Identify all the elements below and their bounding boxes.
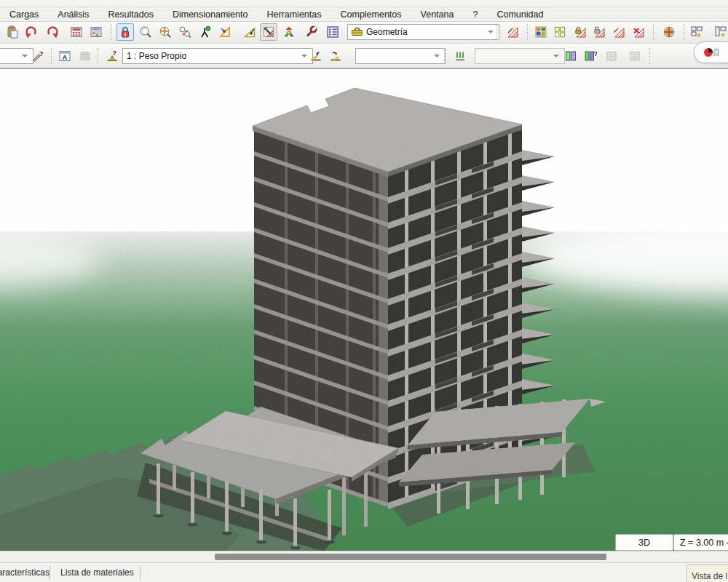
menu-complementos[interactable]: Complementos xyxy=(331,9,411,20)
toolbar-separator xyxy=(527,24,528,40)
model-viewport[interactable] xyxy=(0,68,728,551)
zoom-extents-icon[interactable] xyxy=(157,23,174,41)
visibility-grid-outline-icon[interactable] xyxy=(551,23,569,41)
chevron-down-icon xyxy=(553,52,561,60)
tab-caracteristicas[interactable]: Características xyxy=(0,563,50,582)
snap-node-icon[interactable] xyxy=(196,23,213,41)
chevron-down-icon xyxy=(433,52,441,60)
menu-bar: Cargas Análisis Resultados Dimensionamie… xyxy=(0,7,728,22)
toolbar-separator xyxy=(684,24,684,40)
edit-help-icon[interactable]: ? xyxy=(29,47,47,65)
dimension-icon[interactable] xyxy=(241,23,258,41)
load-combobox-3[interactable] xyxy=(475,48,565,64)
menu-herramientas[interactable]: Herramientas xyxy=(257,9,331,20)
unlock-selection-icon[interactable] xyxy=(590,23,608,41)
toolbar-main: Geometría xyxy=(0,22,728,44)
disabled-combo-alt-icon[interactable] xyxy=(626,47,644,65)
menu-ventana[interactable]: Ventana xyxy=(411,9,464,20)
center-view-target-icon[interactable] xyxy=(660,23,678,41)
menu-analisis[interactable]: Análisis xyxy=(48,9,98,20)
next-load-case-icon[interactable] xyxy=(327,47,344,65)
menu-resultados[interactable]: Resultados xyxy=(98,9,163,20)
svg-text:?: ? xyxy=(594,50,598,57)
menu-cargas[interactable]: Cargas xyxy=(0,9,48,20)
panel-toggle-button[interactable] xyxy=(694,41,728,63)
cancel-selection-icon[interactable] xyxy=(630,23,647,41)
horizontal-scrollbar[interactable] xyxy=(0,551,728,563)
undo-icon[interactable] xyxy=(23,23,40,41)
toolbar-separator xyxy=(653,24,654,40)
select-wand-icon[interactable] xyxy=(504,23,521,41)
load-case-combobox[interactable]: 1 : Peso Propio xyxy=(122,48,313,64)
bottom-tab-bar: Características Lista de materiales xyxy=(0,562,728,582)
toolbox-icon xyxy=(352,27,363,38)
chevron-down-icon xyxy=(487,28,495,36)
zoom-icon[interactable] xyxy=(137,23,154,41)
toolbar-separator xyxy=(444,48,445,64)
svg-text:?: ? xyxy=(39,50,44,57)
view-3d-icon[interactable] xyxy=(280,23,298,41)
load-combobox-2[interactable] xyxy=(355,48,446,64)
lock-selection-icon[interactable] xyxy=(571,23,589,41)
toolbar-separator xyxy=(496,24,497,40)
work-plane-icon[interactable] xyxy=(216,23,234,41)
scene-3d-model xyxy=(0,70,728,551)
combination-help-icon[interactable]: ? xyxy=(582,47,599,65)
status-z-coordinate: Z = 3.00 m - M xyxy=(673,534,728,551)
window-layout-alt-icon[interactable] xyxy=(712,23,728,41)
load-case-value: 1 : Peso Propio xyxy=(127,51,186,61)
window-layout-icon[interactable] xyxy=(688,23,705,41)
toolbar-separator xyxy=(649,48,650,64)
tab-separator xyxy=(140,566,141,580)
toolbar-loads: ? A ? 1 : Peso Propio ? xyxy=(0,44,728,68)
load-case-help-icon[interactable]: ? xyxy=(103,47,121,65)
visibility-grid-color-icon[interactable] xyxy=(532,23,550,41)
zoom-window-icon[interactable] xyxy=(176,23,194,41)
toolbar-separator xyxy=(111,24,111,40)
navigator-table-icon[interactable] xyxy=(324,23,341,41)
window-a-icon[interactable]: A xyxy=(56,47,74,65)
redo-icon[interactable] xyxy=(44,23,61,41)
previous-load-case-icon[interactable] xyxy=(307,47,325,65)
wand-selection-icon[interactable] xyxy=(610,23,628,41)
menu-help[interactable]: ? xyxy=(463,9,487,20)
svg-text:A: A xyxy=(63,53,68,61)
status-view-mode: 3D xyxy=(615,534,673,551)
svg-text:?: ? xyxy=(113,49,117,57)
display-properties-icon[interactable] xyxy=(260,23,277,41)
view-tooltip: Vista de l xyxy=(687,565,728,582)
menu-dimensionamiento[interactable]: Dimensionamiento xyxy=(163,9,258,20)
combination-scheme-icon[interactable] xyxy=(562,47,579,65)
tab-lista-de-materiales[interactable]: Lista de materiales xyxy=(50,567,144,578)
load-combination-icon[interactable] xyxy=(451,47,469,65)
toolbar-separator xyxy=(98,48,98,64)
paste-icon[interactable] xyxy=(4,23,21,41)
lock-icon[interactable] xyxy=(116,23,134,41)
chevron-down-icon xyxy=(21,52,29,60)
scrollbar-thumb[interactable] xyxy=(215,554,606,560)
window-top-strip xyxy=(0,0,728,7)
disabled-icon[interactable] xyxy=(76,47,94,65)
calculation-params-icon[interactable] xyxy=(87,23,105,41)
toolbar-separator xyxy=(51,48,52,64)
view-type-value: Geometría xyxy=(366,27,408,37)
disabled-combo-icon[interactable] xyxy=(603,47,620,65)
calculator-icon[interactable] xyxy=(68,23,85,41)
view-type-combobox[interactable]: Geometría xyxy=(347,24,499,40)
settings-wrench-icon[interactable] xyxy=(302,23,320,41)
menu-comunidad[interactable]: Comunidad xyxy=(487,9,553,20)
